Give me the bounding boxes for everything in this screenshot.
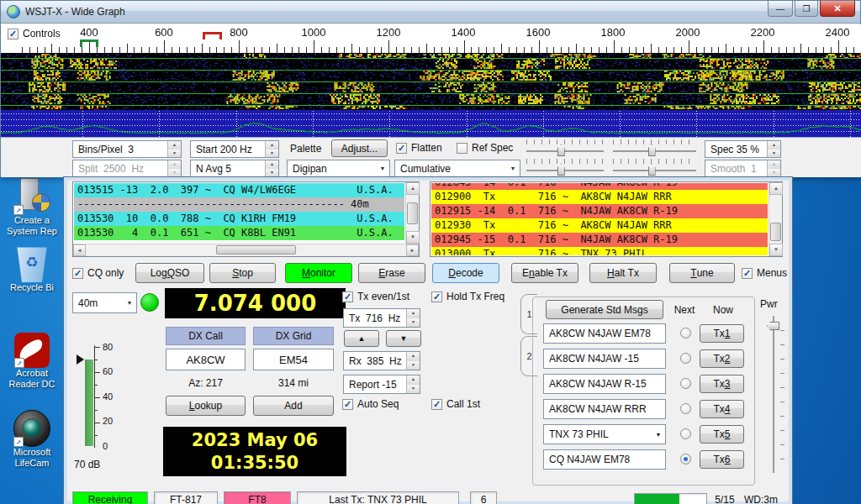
scroll-up-arrow[interactable]: ▲ — [769, 182, 783, 195]
tx-freq-marker[interactable] — [203, 32, 222, 39]
freq-down-button[interactable]: ▼ — [386, 330, 421, 347]
spin-up-icon[interactable]: ▲ — [266, 160, 278, 169]
scroll-down-arrow[interactable]: ▼ — [769, 244, 783, 256]
enable-tx-button[interactable]: Enable Tx — [511, 263, 578, 283]
tx-now-button-3[interactable]: Tx 3 — [700, 375, 744, 393]
decode-row[interactable]: 013515 -13 2.0 397 ~ CQ W4/LW6EGE U.S.A. — [74, 183, 404, 197]
vertical-scrollbar[interactable]: ▲ ▼ — [769, 182, 782, 256]
scroll-up-arrow[interactable]: ▲ — [406, 182, 420, 195]
palette-combo[interactable]: Digipan ▼ — [287, 160, 390, 177]
flatten-checkbox[interactable]: ✓ Flatten — [396, 142, 442, 154]
ref-spec-checkbox[interactable]: Ref Spec — [457, 142, 513, 154]
tx-freq-spinner[interactable]: Tx 716 Hz ▲▼ — [343, 308, 420, 328]
tx-now-button-6[interactable]: Tx 6 — [700, 450, 744, 469]
slider-thumb[interactable] — [648, 144, 656, 156]
desktop-icon-recycle-bin[interactable]: ♻ Recycle Bi — [1, 244, 63, 293]
adjust-button[interactable]: Adjust... — [331, 139, 388, 157]
decode-button[interactable]: Decode — [432, 263, 499, 283]
pwr-slider-thumb[interactable] — [767, 322, 779, 330]
log-qso-button[interactable]: Log QSO — [135, 263, 204, 283]
n-avg-spinner[interactable]: N Avg 5 ▲▼ — [190, 160, 279, 177]
spin-up-icon[interactable]: ▲ — [168, 141, 181, 150]
slider-thumb[interactable] — [648, 164, 656, 176]
tx-next-radio-6[interactable] — [680, 454, 691, 465]
tx-message-field-1[interactable]: AK8CW N4JAW EM78 — [543, 323, 666, 344]
vertical-scrollbar[interactable]: ▲ ▼ — [405, 182, 419, 244]
waterfall-gain-slider[interactable] — [526, 139, 604, 156]
tune-button[interactable]: Tune — [669, 263, 735, 283]
pwr-slider-track[interactable] — [773, 316, 774, 473]
erase-button[interactable]: Erase — [358, 263, 425, 283]
rx-frequency-list[interactable]: 012845 -14 0.1 716 ~ N4JAW AK8CW R-19 01… — [431, 183, 768, 255]
scroll-left-arrow[interactable]: ◄ — [73, 244, 86, 256]
dx-grid-field[interactable]: EM54 — [253, 349, 334, 370]
waterfall-spectrum-display[interactable] — [1, 24, 861, 137]
close-button[interactable]: ✕ — [820, 1, 855, 17]
slider-thumb[interactable] — [557, 164, 565, 176]
decode-row[interactable]: 013000 Tx 716 ~ TNX 73 PHIL — [431, 247, 768, 255]
controls-checkbox[interactable]: ✓ Controls — [8, 28, 61, 39]
stop-button[interactable]: Stop — [209, 263, 276, 283]
scroll-down-arrow[interactable]: ▼ — [406, 231, 420, 244]
band-combo[interactable]: 40m ▼ — [72, 292, 137, 313]
decode-row[interactable]: 013530 10 0.0 788 ~ CQ K1RH FM19 U.S.A. — [74, 212, 404, 226]
spin-down-icon[interactable]: ▼ — [266, 169, 278, 177]
decode-row[interactable]: 012915 -14 0.1 716 ~ N4JAW AK8CW R-19 — [431, 204, 768, 218]
spectrum-gain-slider[interactable] — [526, 159, 604, 176]
tx-now-button-5[interactable]: Tx 5 — [700, 425, 744, 444]
rx-freq-spinner[interactable]: Rx 385 Hz ▲▼ — [343, 351, 420, 370]
decode-row[interactable]: 012845 -14 0.1 716 ~ N4JAW AK8CW R-19 — [431, 183, 768, 190]
tx-next-radio-1[interactable] — [680, 328, 691, 339]
spec-percent-spinner[interactable]: Spec 35 % ▲▼ — [705, 140, 781, 158]
spin-down-icon[interactable]: ▼ — [168, 150, 181, 158]
tx-now-button-4[interactable]: Tx 4 — [700, 400, 744, 418]
desktop-icon-lifecam[interactable]: ➚ Microsoft LifeCam — [1, 410, 63, 469]
rx-freq-marker[interactable] — [80, 39, 98, 47]
decode-row[interactable]: 012945 -15 0.1 716 ~ N4JAW AK8CW R-19 — [431, 233, 768, 247]
spin-up-icon[interactable]: ▲ — [768, 141, 780, 150]
spectrum-mode-combo[interactable]: Cumulative ▼ — [394, 160, 520, 177]
tx-message-field-2[interactable]: AK8CW N4JAW -15 — [543, 349, 666, 369]
generate-std-msgs-button[interactable]: Generate Std Msgs — [546, 300, 663, 319]
spin-up-icon[interactable]: ▲ — [407, 375, 420, 385]
spin-down-icon[interactable]: ▼ — [768, 150, 780, 158]
tx-now-button-2[interactable]: Tx 2 — [700, 349, 744, 368]
tx-next-radio-2[interactable] — [680, 353, 691, 364]
scrollbar-thumb[interactable] — [407, 202, 418, 224]
wide-graph-titlebar[interactable]: WSJT-X - Wide Graph — ❐ ✕ — [1, 1, 860, 24]
spin-up-icon[interactable]: ▲ — [266, 141, 278, 150]
monitor-button[interactable]: Monitor — [285, 263, 352, 283]
desktop-icon-system-report[interactable]: ➚ Create a System Rep — [1, 178, 63, 237]
minimize-button[interactable]: — — [768, 1, 793, 17]
desktop-icon-acrobat[interactable]: ➚ Acrobat Reader DC — [1, 333, 63, 390]
spectrum-zero-slider[interactable] — [613, 159, 696, 176]
scrollbar-thumb[interactable] — [216, 245, 296, 255]
band-activity-list[interactable]: 013515 -13 2.0 397 ~ CQ W4/LW6EGE U.S.A.… — [74, 183, 404, 244]
spin-up-icon[interactable]: ▲ — [407, 309, 420, 318]
tx-message-field-6[interactable]: CQ N4JAW EM78 — [543, 449, 666, 470]
spin-down-icon[interactable]: ▼ — [407, 318, 420, 328]
maximize-button[interactable]: ❐ — [795, 1, 818, 17]
call-1st-checkbox[interactable]: ✓ Call 1st — [431, 398, 480, 410]
slider-thumb[interactable] — [557, 144, 565, 156]
spin-down-icon[interactable]: ▼ — [266, 150, 278, 158]
scrollbar-thumb[interactable] — [770, 223, 781, 241]
tx-message-field-4[interactable]: AK8CW N4JAW RRR — [543, 399, 666, 419]
decode-row[interactable]: 012930 Tx 716 ~ AK8CW N4JAW RRR — [431, 218, 768, 233]
lookup-button[interactable]: Lookup — [166, 396, 246, 416]
horizontal-scrollbar[interactable]: ◄ ► — [73, 244, 419, 256]
waterfall-zero-slider[interactable] — [613, 139, 696, 156]
spin-down-icon[interactable]: ▼ — [407, 385, 420, 394]
tx-message-combo-5[interactable]: TNX 73 PHIL▼ — [543, 424, 666, 444]
hold-tx-freq-checkbox[interactable]: ✓ Hold Tx Freq — [431, 291, 504, 302]
halt-tx-button[interactable]: Halt Tx — [589, 263, 657, 283]
decode-row[interactable]: 012900 Tx 716 ~ AK8CW N4JAW RRR — [431, 190, 768, 204]
tx-now-button-1[interactable]: Tx 1 — [700, 324, 744, 343]
tx-message-field-3[interactable]: AK8CW N4JAW R-15 — [543, 374, 666, 394]
cq-only-checkbox[interactable]: ✓ CQ only — [72, 267, 124, 279]
start-freq-spinner[interactable]: Start 200 Hz ▲▼ — [190, 140, 279, 158]
auto-seq-checkbox[interactable]: ✓ Auto Seq — [342, 398, 399, 410]
freq-up-button[interactable]: ▲ — [344, 330, 379, 347]
menus-checkbox[interactable]: ✓ Menus — [742, 267, 787, 279]
tx-next-radio-5[interactable] — [680, 428, 691, 439]
